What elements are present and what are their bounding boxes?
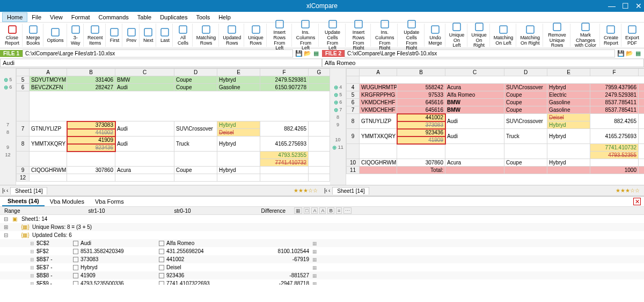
- row-tool-icon[interactable]: ▦: [309, 240, 317, 246]
- col-header[interactable]: A: [30, 69, 67, 76]
- col-header[interactable]: C: [115, 69, 174, 76]
- formula-right[interactable]: Alfa Romeo: [322, 59, 644, 67]
- checkbox[interactable]: [159, 273, 164, 278]
- ribbon-prev[interactable]: Prev: [123, 24, 140, 47]
- formula-left[interactable]: Audi: [0, 59, 322, 67]
- bottom-tab-sheets[interactable]: Sheets (14): [2, 197, 45, 206]
- tab-nav-prev-icon[interactable]: ‹: [6, 188, 8, 193]
- ribbon-ins-rows-left[interactable]: Insert Rows From Left: [268, 24, 292, 47]
- row-tool-icon[interactable]: ▦: [309, 256, 317, 262]
- grid-row[interactable]: 6VKMDCHEHF645616BMWCoupeGasoline8537.785…: [347, 99, 645, 106]
- header-left[interactable]: str1-10: [54, 208, 140, 214]
- tab-nav-first-icon[interactable]: |‹: [324, 188, 327, 193]
- tool-icon[interactable]: □: [304, 207, 310, 214]
- checkbox[interactable]: [73, 281, 78, 285]
- checkbox[interactable]: [159, 249, 164, 254]
- close-icon[interactable]: ✕: [635, 2, 642, 10]
- col-header[interactable]: G: [309, 69, 330, 76]
- col-header[interactable]: E: [217, 69, 260, 76]
- file1-path[interactable]: C:\xlCompare\Large Files\str1-10.xlsx: [23, 49, 293, 57]
- file1-open-icon[interactable]: 📂: [304, 49, 311, 57]
- grid-row[interactable]: 10CIQOGHRWM307860AcuraCoupeHybryd: [347, 159, 645, 167]
- tree-toggle-icon[interactable]: ⊞: [2, 224, 10, 230]
- file2-save-icon[interactable]: 💾: [617, 49, 625, 57]
- bottom-tab-vba-forms[interactable]: Vba Forms: [90, 197, 129, 206]
- ribbon-match-rows[interactable]: Matching Rows: [194, 24, 219, 47]
- menu-commands[interactable]: Commands: [94, 13, 133, 21]
- file1-save-icon[interactable]: 💾: [295, 49, 303, 57]
- file2-open-icon[interactable]: 📂: [626, 49, 633, 57]
- col-header[interactable]: C: [445, 69, 504, 76]
- bottom-tab-vba-modules[interactable]: Vba Modules: [45, 197, 90, 206]
- tab-nav-first-icon[interactable]: |‹: [2, 188, 5, 193]
- menu-home[interactable]: Home: [2, 12, 27, 22]
- maximize-icon[interactable]: ☐: [622, 2, 629, 10]
- sheet-tab[interactable]: Sheet1 [14]: [332, 187, 369, 195]
- menu-tools[interactable]: Tools: [192, 13, 214, 21]
- checkbox[interactable]: [159, 257, 164, 262]
- grid-row[interactable]: 4WUGUHRMTP558242AcuraSUV\CrossoverHybryd…: [347, 84, 645, 91]
- grid-left-table[interactable]: ABCDEFG 5SDYUTMOYM331406BMWCoupeHybryd24…: [16, 68, 330, 182]
- grid-row[interactable]: 5SDYUTMOYM331406BMWCoupeHybryd2479.52938…: [17, 76, 330, 84]
- tool-icon[interactable]: A: [311, 207, 318, 214]
- tree-row[interactable]: ⊞$B$8 -41909923436-881527 ▦: [0, 271, 644, 279]
- menu-duplicates[interactable]: Duplicates: [156, 13, 192, 21]
- tree-row[interactable]: ⊞$B$7 -373083441002-67919 ▦: [0, 255, 644, 263]
- ribbon-unique-left[interactable]: Unique On Left: [447, 24, 468, 47]
- col-header[interactable]: D: [174, 69, 217, 76]
- tree-row[interactable]: ⊞$E$7 -HybrydDeisel ▦: [0, 263, 644, 271]
- col-header[interactable]: G: [639, 69, 645, 76]
- ribbon-ins-rows-right[interactable]: Insert Rows From Right: [347, 24, 371, 47]
- header-range[interactable]: Range: [0, 208, 54, 214]
- grid-row[interactable]: 8YMMTXKQRY41909AudiTruckHybryd4165.27569…: [17, 136, 330, 144]
- tree-toggle-icon[interactable]: ⊟: [2, 216, 10, 222]
- checkbox[interactable]: [73, 265, 78, 270]
- tool-bold-icon[interactable]: B: [327, 207, 334, 214]
- ribbon-ins-cols-left[interactable]: Ins. Columns From Left: [293, 24, 319, 47]
- menu-help[interactable]: Help: [214, 13, 235, 21]
- ribbon-match-right[interactable]: Matching On Right: [517, 24, 543, 47]
- tree-row[interactable]: ⊞$F$28531.3582420349431.2556982048100.10…: [0, 247, 644, 255]
- sheet-tab[interactable]: Sheet1 [14]: [10, 187, 47, 195]
- marker-icon[interactable]: ⊕: [334, 107, 338, 113]
- row-tool-icon[interactable]: ▦: [309, 272, 317, 278]
- menu-format[interactable]: Format: [67, 13, 94, 21]
- menu-table[interactable]: Table: [133, 13, 156, 21]
- grid-row[interactable]: 7GTNUYLIZP373083AudiSUV\CrossoverHybryd8…: [17, 121, 330, 129]
- ribbon-last[interactable]: Last: [157, 24, 173, 47]
- grid-row[interactable]: 7VKMDCHEHF645616BMWCoupeGasoline8537.785…: [347, 106, 645, 114]
- marker-icon[interactable]: ⊕: [4, 84, 8, 90]
- checkbox[interactable]: [159, 241, 164, 246]
- grid-row[interactable]: 8GTNUYLIZP441002AudiSUV\CrossoverDeisel8…: [347, 114, 645, 121]
- ribbon-next[interactable]: Next: [141, 24, 157, 47]
- col-header[interactable]: B: [397, 69, 445, 76]
- tool-icon[interactable]: A: [319, 207, 326, 214]
- row-tool-icon[interactable]: ▦: [309, 281, 317, 285]
- ribbon-match-left[interactable]: Matching On Left: [491, 24, 517, 47]
- ribbon-close-report[interactable]: Close Report: [2, 24, 23, 47]
- checkbox[interactable]: [73, 273, 78, 278]
- marker-icon[interactable]: ⊕: [334, 92, 338, 98]
- ribbon-first[interactable]: First: [107, 24, 122, 47]
- ribbon-remove-unique[interactable]: Remove Unique Rows: [544, 24, 570, 47]
- col-header[interactable]: F: [590, 69, 639, 76]
- checkbox[interactable]: [73, 257, 78, 262]
- file2-excel-icon[interactable]: ▦: [634, 49, 642, 57]
- row-tool-icon[interactable]: ▦: [309, 264, 317, 270]
- ribbon-ins-cols-right[interactable]: Ins. Columns From Right: [372, 24, 398, 47]
- grid-row[interactable]: 11Total:1000: [347, 167, 645, 174]
- ribbon-updated-rows[interactable]: Updated Rows: [220, 24, 244, 47]
- ribbon-all-cells[interactable]: All Cells: [174, 24, 192, 47]
- ribbon-3way[interactable]: 3-Way: [68, 24, 84, 47]
- ribbon-unique-right[interactable]: Unique On Right: [469, 24, 490, 47]
- header-diff[interactable]: Difference: [225, 208, 290, 214]
- menu-file[interactable]: File: [27, 13, 46, 21]
- grid-row[interactable]: 12: [17, 174, 330, 182]
- ribbon-merge-books[interactable]: Merge Books: [24, 24, 43, 47]
- file1-excel-icon[interactable]: ▦: [312, 49, 320, 57]
- col-header[interactable]: B: [67, 69, 115, 76]
- tool-icon[interactable]: ⋯: [343, 207, 352, 214]
- grid-row[interactable]: 5KRGFRPPHG97533Alfa RomeoCoupeElectric24…: [347, 91, 645, 99]
- marker-icon[interactable]: ⊕: [334, 84, 338, 90]
- grid-row[interactable]: 6BEVCZKZFN282427AudiCoupeGasoline6150.90…: [17, 84, 330, 91]
